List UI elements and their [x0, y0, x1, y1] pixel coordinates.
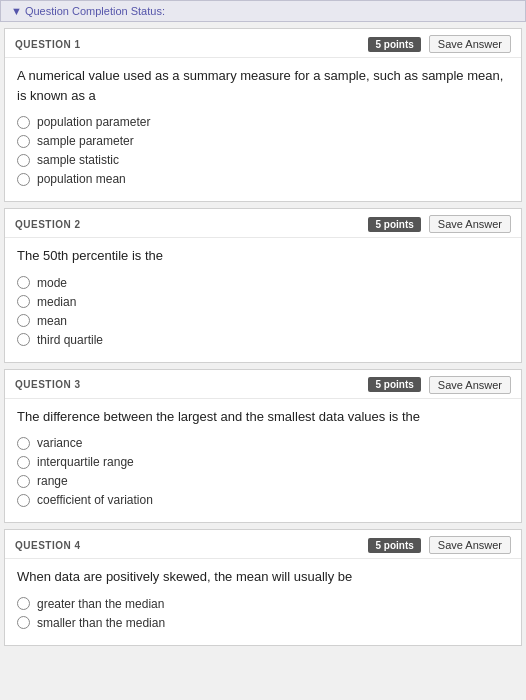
radio-icon [17, 135, 30, 148]
save-answer-button-4[interactable]: Save Answer [429, 536, 511, 554]
option-label: population mean [37, 172, 126, 186]
question-block-3: QUESTION 35 pointsSave AnswerThe differe… [4, 369, 522, 524]
option-label: third quartile [37, 333, 103, 347]
points-badge-1: 5 points [368, 37, 420, 52]
option-label: smaller than the median [37, 616, 165, 630]
list-item[interactable]: median [17, 295, 509, 309]
radio-icon [17, 616, 30, 629]
list-item[interactable]: population mean [17, 172, 509, 186]
question-text-1: A numerical value used as a summary meas… [17, 66, 509, 105]
option-label: range [37, 474, 68, 488]
list-item[interactable]: coefficient of variation [17, 493, 509, 507]
list-item[interactable]: mode [17, 276, 509, 290]
question-label-3: QUESTION 3 [15, 379, 81, 390]
option-label: sample parameter [37, 134, 134, 148]
question-block-1: QUESTION 15 pointsSave AnswerA numerical… [4, 28, 522, 202]
radio-icon [17, 116, 30, 129]
radio-icon [17, 333, 30, 346]
radio-icon [17, 314, 30, 327]
list-item[interactable]: population parameter [17, 115, 509, 129]
list-item[interactable]: sample parameter [17, 134, 509, 148]
list-item[interactable]: smaller than the median [17, 616, 509, 630]
radio-icon [17, 494, 30, 507]
save-answer-button-1[interactable]: Save Answer [429, 35, 511, 53]
radio-icon [17, 456, 30, 469]
list-item[interactable]: third quartile [17, 333, 509, 347]
save-answer-button-2[interactable]: Save Answer [429, 215, 511, 233]
list-item[interactable]: greater than the median [17, 597, 509, 611]
top-bar: ▼ Question Completion Status: [0, 0, 526, 22]
completion-status-label: ▼ Question Completion Status: [11, 5, 165, 17]
radio-icon [17, 295, 30, 308]
points-badge-2: 5 points [368, 217, 420, 232]
radio-icon [17, 173, 30, 186]
option-label: greater than the median [37, 597, 164, 611]
question-block-2: QUESTION 25 pointsSave AnswerThe 50th pe… [4, 208, 522, 363]
option-label: median [37, 295, 76, 309]
list-item[interactable]: interquartile range [17, 455, 509, 469]
question-text-4: When data are positively skewed, the mea… [17, 567, 509, 587]
points-badge-3: 5 points [368, 377, 420, 392]
list-item[interactable]: mean [17, 314, 509, 328]
option-label: sample statistic [37, 153, 119, 167]
radio-icon [17, 276, 30, 289]
list-item[interactable]: range [17, 474, 509, 488]
question-text-3: The difference between the largest and t… [17, 407, 509, 427]
list-item[interactable]: sample statistic [17, 153, 509, 167]
radio-icon [17, 475, 30, 488]
option-label: mean [37, 314, 67, 328]
option-list-1: population parametersample parametersamp… [17, 115, 509, 186]
question-text-2: The 50th percentile is the [17, 246, 509, 266]
points-badge-4: 5 points [368, 538, 420, 553]
option-label: coefficient of variation [37, 493, 153, 507]
radio-icon [17, 437, 30, 450]
question-label-1: QUESTION 1 [15, 39, 81, 50]
radio-icon [17, 154, 30, 167]
option-label: interquartile range [37, 455, 134, 469]
list-item[interactable]: variance [17, 436, 509, 450]
question-label-2: QUESTION 2 [15, 219, 81, 230]
option-label: population parameter [37, 115, 150, 129]
question-block-4: QUESTION 45 pointsSave AnswerWhen data a… [4, 529, 522, 646]
option-list-3: varianceinterquartile rangerangecoeffici… [17, 436, 509, 507]
option-list-4: greater than the mediansmaller than the … [17, 597, 509, 630]
question-label-4: QUESTION 4 [15, 540, 81, 551]
option-label: variance [37, 436, 82, 450]
save-answer-button-3[interactable]: Save Answer [429, 376, 511, 394]
option-label: mode [37, 276, 67, 290]
option-list-2: modemedianmeanthird quartile [17, 276, 509, 347]
radio-icon [17, 597, 30, 610]
